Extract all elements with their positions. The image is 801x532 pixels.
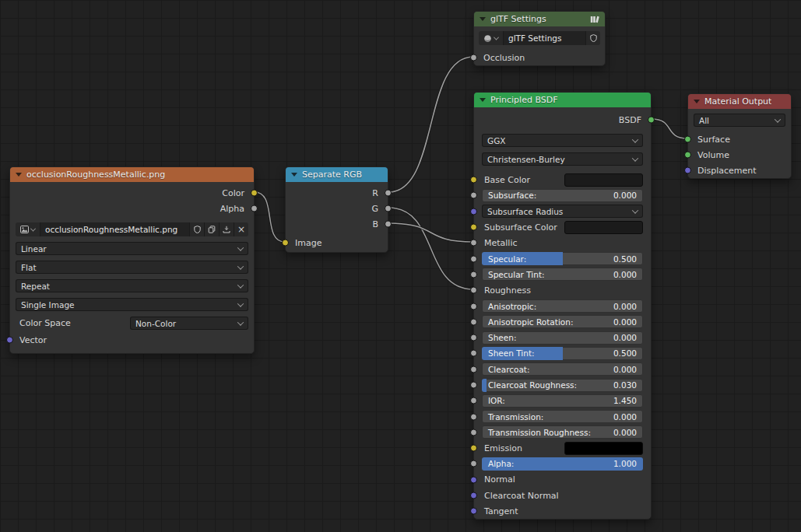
target-dropdown[interactable]: All: [694, 114, 785, 127]
fake-user-button[interactable]: [189, 222, 204, 236]
volume-socket[interactable]: [684, 152, 691, 159]
specular-slider[interactable]: Specular:0.500: [482, 252, 643, 265]
image-icon: [20, 226, 29, 233]
extension-dropdown[interactable]: Repeat: [16, 279, 248, 292]
subsurface-radius-socket[interactable]: [470, 208, 477, 215]
projection-dropdown[interactable]: Flat: [16, 261, 248, 274]
target-row: All: [688, 114, 791, 127]
alpha-slider[interactable]: Alpha:1.000: [482, 457, 643, 471]
subsurface-color-socket[interactable]: [470, 224, 477, 231]
principled-bsdf-node-header[interactable]: Principled BSDF: [474, 93, 651, 107]
sheen-tint-slider[interactable]: Sheen Tint:0.500: [482, 347, 643, 360]
image-inputs: Vector: [10, 332, 254, 348]
alpha-socket[interactable]: [470, 460, 477, 467]
subsurface-slider[interactable]: Subsurface:0.000: [482, 189, 643, 202]
principled-row-alpha: Alpha:1.000: [474, 456, 651, 471]
subsurface-color-swatch[interactable]: [564, 221, 643, 234]
sheen-tint-socket[interactable]: [470, 350, 477, 357]
source-dropdown[interactable]: Single Image: [16, 298, 248, 311]
transmission-roughness-slider[interactable]: Transmission Roughness:0.000: [482, 425, 643, 439]
vector-socket[interactable]: [6, 337, 13, 344]
b-socket[interactable]: [385, 221, 392, 228]
distribution-row: GGX: [474, 134, 651, 147]
gltf-settings-node[interactable]: glTF Settings glTF Settings Occlusion: [473, 11, 606, 66]
collapse-arrow-icon[interactable]: [694, 100, 700, 103]
fake-user-button[interactable]: [585, 31, 600, 45]
base-color-socket[interactable]: [470, 177, 477, 184]
source-row: Single Image: [10, 298, 254, 311]
node-link-separate-rgb-r-to-gltf-settings-occlusion[interactable]: [388, 57, 473, 192]
subsurface-radius-dropdown[interactable]: Subsurface Radius: [482, 205, 643, 218]
browse-image-button[interactable]: [16, 222, 40, 236]
anisotropic-rotation-slider[interactable]: Anisotropic Rotation:0.000: [482, 315, 643, 328]
displacement-socket[interactable]: [684, 167, 691, 174]
r-socket[interactable]: [385, 190, 392, 197]
separate-rgb-node[interactable]: Separate RGB RGB Image: [285, 166, 388, 253]
clearcoat-socket[interactable]: [470, 366, 477, 373]
collapse-arrow-icon[interactable]: [16, 173, 22, 177]
transmission-roughness-socket[interactable]: [470, 429, 477, 436]
occlusion-socket[interactable]: [470, 54, 477, 61]
browse-node-tree-button[interactable]: [479, 31, 504, 45]
chevron-down-icon: [494, 34, 499, 40]
principled-bsdf-node[interactable]: Principled BSDF BSDF GGX Christensen-Bur…: [473, 92, 652, 520]
image-texture-node-header[interactable]: occlusionRoughnessMetallic.png: [10, 167, 254, 182]
color-space-dropdown[interactable]: Non-Color: [130, 317, 248, 330]
g-socket[interactable]: [385, 205, 392, 212]
image-name-field[interactable]: occlusionRoughnessMetallic.png: [40, 222, 189, 236]
specular-tint-socket[interactable]: [470, 271, 477, 278]
collapse-arrow-icon[interactable]: [480, 98, 486, 102]
separate-rgb-node-header[interactable]: Separate RGB: [286, 167, 388, 182]
node-link-image-texture-color-to-separate-rgb-image[interactable]: [255, 192, 285, 242]
clearcoat-roughness-slider[interactable]: Clearcoat Roughness:0.030: [482, 379, 643, 392]
surface-socket[interactable]: [684, 136, 691, 143]
chevron-down-icon: [237, 319, 244, 325]
material-output-node-header[interactable]: Material Output: [688, 94, 791, 109]
slider-value: 0.500: [613, 348, 637, 358]
transmission-socket[interactable]: [470, 413, 477, 420]
interpolation-dropdown[interactable]: Linear: [16, 242, 248, 255]
bsdf-socket[interactable]: [648, 117, 655, 124]
anisotropic-rotation-socket[interactable]: [470, 318, 477, 325]
material-output-node[interactable]: Material Output All SurfaceVolumeDisplac…: [687, 93, 792, 179]
principled-row-emission: Emission: [474, 440, 651, 456]
image-texture-node[interactable]: occlusionRoughnessMetallic.png ColorAlph…: [9, 166, 255, 354]
distribution-dropdown[interactable]: GGX: [482, 134, 643, 147]
node-link-separate-rgb-g-to-principled-roughness[interactable]: [388, 208, 473, 289]
sheen-socket[interactable]: [470, 334, 477, 341]
alpha-socket[interactable]: [251, 205, 258, 212]
anisotropic-slider[interactable]: Anisotropic:0.000: [482, 299, 643, 313]
image-socket[interactable]: [282, 240, 289, 247]
sheen-slider[interactable]: Sheen:0.000: [482, 331, 643, 345]
ior-socket[interactable]: [470, 397, 477, 404]
node-link-principled-bsdf-to-material-output-surface[interactable]: [652, 119, 687, 138]
pack-image-button[interactable]: [219, 222, 234, 236]
collapse-arrow-icon[interactable]: [480, 17, 486, 21]
specular-socket[interactable]: [470, 255, 477, 262]
anisotropic-socket[interactable]: [470, 303, 477, 310]
normal-socket[interactable]: [470, 476, 477, 483]
clearcoat-roughness-socket[interactable]: [470, 382, 477, 389]
subsurface-method-dropdown[interactable]: Christensen-Burley: [482, 152, 643, 166]
node-editor-canvas[interactable]: occlusionRoughnessMetallic.png ColorAlph…: [0, 0, 801, 532]
specular-tint-slider[interactable]: Specular Tint:0.000: [482, 268, 643, 281]
subsurface-socket[interactable]: [470, 192, 477, 199]
roughness-socket[interactable]: [470, 287, 477, 294]
color-socket[interactable]: [251, 190, 258, 197]
tangent-socket[interactable]: [470, 508, 477, 515]
base-color-swatch[interactable]: [564, 173, 643, 187]
clearcoat-normal-socket[interactable]: [470, 492, 477, 499]
metallic-socket[interactable]: [470, 240, 477, 247]
clearcoat-slider[interactable]: Clearcoat:0.000: [482, 362, 643, 376]
emission-socket[interactable]: [470, 445, 477, 452]
node-link-separate-rgb-b-to-principled-metallic[interactable]: [388, 223, 473, 242]
collapse-arrow-icon[interactable]: [291, 173, 297, 177]
copy-datablock-button[interactable]: [204, 222, 219, 236]
ior-slider[interactable]: IOR:1.450: [482, 394, 643, 408]
emission-swatch[interactable]: [564, 442, 643, 455]
gltf-settings-node-header[interactable]: glTF Settings: [474, 12, 605, 26]
socket-label: R: [372, 188, 378, 198]
unlink-datablock-button[interactable]: ×: [234, 222, 248, 236]
gltf-name-field[interactable]: glTF Settings: [504, 31, 585, 45]
transmission-slider[interactable]: Transmission:0.000: [482, 410, 643, 423]
